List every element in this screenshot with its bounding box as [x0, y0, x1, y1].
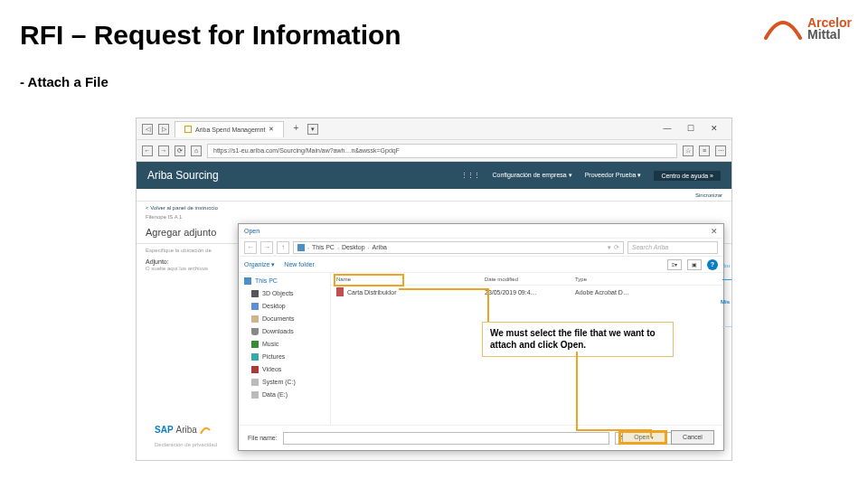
crumb-dropdown-icon[interactable]: ▾: [608, 242, 611, 253]
back-link[interactable]: < Volver al panel de instruccio: [146, 205, 218, 211]
arcelor-arc-icon: [764, 14, 802, 43]
favorites-icon[interactable]: ☆: [683, 145, 693, 156]
file-row[interactable]: Carta Distribuidor 23/05/2019 09:4… Adob…: [331, 286, 723, 298]
crumb-refresh-icon[interactable]: ⟳: [614, 242, 619, 253]
tab-title: Ariba Spend Managemnt: [195, 127, 265, 133]
crumb-1: Desktop: [342, 242, 365, 253]
help-icon[interactable]: ?: [707, 259, 718, 270]
tree-videos[interactable]: Videos: [239, 363, 330, 376]
page-peek-link: bu: [723, 263, 730, 268]
tab-overflow-icon[interactable]: ▾: [307, 124, 318, 135]
search-input[interactable]: Search Ariba: [627, 241, 718, 254]
col-name[interactable]: Name: [331, 277, 485, 282]
pc-icon: [297, 244, 305, 251]
sap-ariba-logo: SAP Ariba: [155, 424, 211, 435]
folder-tree: This PC 3D Objects Desktop Documents Dow…: [239, 273, 331, 425]
ariba-text: Ariba: [176, 425, 197, 435]
connector-line-5: [650, 429, 652, 437]
back-icon[interactable]: ←: [142, 145, 153, 156]
sync-link[interactable]: Sincronizar: [695, 192, 722, 198]
embedded-screenshot: ◁ ▷ Ariba Spend Managemnt ✕ + ▾ — ☐ ✕ ← …: [136, 117, 732, 461]
crumb-root: This PC: [312, 242, 335, 253]
open-button[interactable]: Open: [622, 430, 665, 445]
app-brand: Ariba Sourcing: [147, 169, 219, 182]
new-folder-button[interactable]: New folder: [284, 261, 314, 267]
minimize-button[interactable]: —: [661, 124, 674, 135]
file-date: 23/05/2019 09:4…: [485, 289, 575, 296]
browser-address-bar: ← → ⟳ ⌂ https://s1-eu.ariba.com/Sourcing…: [137, 140, 731, 162]
tree-3d-objects[interactable]: 3D Objects: [239, 287, 330, 300]
app-header: Ariba Sourcing ⋮⋮⋮ Configuración de empr…: [137, 162, 731, 189]
file-name: Carta Distribuidor: [347, 289, 396, 296]
connector-line-2: [487, 288, 489, 324]
history-left-icon[interactable]: ◁: [142, 124, 153, 135]
organize-button[interactable]: Organize ▾: [244, 261, 275, 268]
slide-title: RFI – Request for Information: [20, 20, 401, 51]
tree-system-c[interactable]: System (C:): [239, 376, 330, 389]
help-center-button[interactable]: Centro de ayuda »: [654, 171, 721, 181]
sap-text: SAP: [155, 425, 174, 435]
filename-input[interactable]: [283, 432, 609, 445]
tab-close-icon[interactable]: ✕: [269, 126, 274, 133]
brand-logo: Arcelor Mittal: [764, 14, 852, 43]
tree-this-pc[interactable]: This PC: [239, 275, 330, 287]
history-right-icon[interactable]: ▷: [158, 124, 169, 135]
nav-fwd-icon[interactable]: →: [260, 241, 273, 254]
crumb-2: Ariba: [373, 242, 387, 253]
connector-line-3: [576, 352, 578, 429]
ariba-swoosh-icon: [200, 424, 211, 435]
home-icon[interactable]: ⌂: [191, 145, 202, 156]
page-peek-mis: Mis: [721, 299, 730, 305]
logo-text-2: Mittal: [807, 29, 852, 41]
tree-desktop[interactable]: Desktop: [239, 300, 330, 313]
reading-icon[interactable]: ≡: [699, 145, 710, 156]
preview-pane-icon[interactable]: ▣: [687, 259, 702, 270]
tree-music[interactable]: Music: [239, 338, 330, 351]
callout-text: We must select the file that we want to …: [482, 322, 674, 357]
pdf-icon: [336, 287, 344, 296]
attach-hint: O suelte aquí los archivos: [146, 266, 208, 271]
url-input[interactable]: https://s1-eu.ariba.com/Sourcing/Main/aw…: [207, 144, 677, 158]
dialog-titlebar: Open ✕: [239, 224, 723, 239]
dialog-close-icon[interactable]: ✕: [711, 224, 718, 238]
nav-up-icon[interactable]: ↑: [277, 241, 289, 254]
subheader: Sincronizar: [137, 189, 731, 202]
privacy-text: Declaración de privacidad: [155, 442, 217, 447]
more-icon[interactable]: ⋯: [715, 145, 726, 156]
col-date[interactable]: Date modified: [485, 277, 575, 282]
column-headers: Name Date modified Type: [331, 273, 723, 286]
forward-icon[interactable]: →: [158, 145, 169, 156]
tree-data-e[interactable]: Data (E:): [239, 389, 330, 401]
tree-pictures[interactable]: Pictures: [239, 351, 330, 363]
tree-documents[interactable]: Documents: [239, 313, 330, 325]
nav-back-icon[interactable]: ←: [244, 241, 257, 254]
maximize-button[interactable]: ☐: [684, 124, 697, 135]
dialog-path-bar: ← → ↑ › This PC › Desktop › Ariba ▾ ⟳ Se…: [239, 239, 723, 257]
close-button[interactable]: ✕: [708, 124, 721, 135]
slide-subtitle: - Attach a File: [20, 74, 108, 89]
dialog-toolbar: Organize ▾ New folder ≡▾ ▣ ?: [239, 257, 723, 273]
divider-peek: [722, 279, 731, 280]
view-mode-icon[interactable]: ≡▾: [667, 259, 682, 270]
dialog-title: Open: [244, 224, 259, 238]
breadcrumb[interactable]: › This PC › Desktop › Ariba ▾ ⟳: [293, 241, 624, 254]
cancel-button[interactable]: Cancel: [671, 430, 714, 445]
connector-line-1: [399, 288, 489, 290]
crumb-text: Filenope IS A 1: [146, 214, 182, 220]
divider-peek-2: [722, 326, 731, 327]
user-menu[interactable]: Proveedor Prueba ▾: [585, 172, 642, 179]
file-type: Adobe Acrobat D…: [575, 289, 723, 296]
tab-favicon-icon: [184, 126, 192, 133]
browser-tab-strip: ◁ ▷ Ariba Spend Managemnt ✕ + ▾ — ☐ ✕: [137, 118, 731, 140]
filename-label: File name:: [248, 435, 278, 441]
tree-downloads[interactable]: Downloads: [239, 325, 330, 338]
browser-tab[interactable]: Ariba Spend Managemnt ✕: [175, 121, 284, 137]
company-menu[interactable]: Configuración de empresa ▾: [493, 172, 572, 179]
attach-label: Adjunto:: [146, 258, 169, 265]
reload-icon[interactable]: ⟳: [175, 145, 185, 156]
grid-icon[interactable]: ⋮⋮⋮: [461, 172, 480, 179]
col-type[interactable]: Type: [575, 277, 723, 282]
connector-line-4: [576, 429, 652, 431]
new-tab-button[interactable]: +: [289, 123, 302, 136]
